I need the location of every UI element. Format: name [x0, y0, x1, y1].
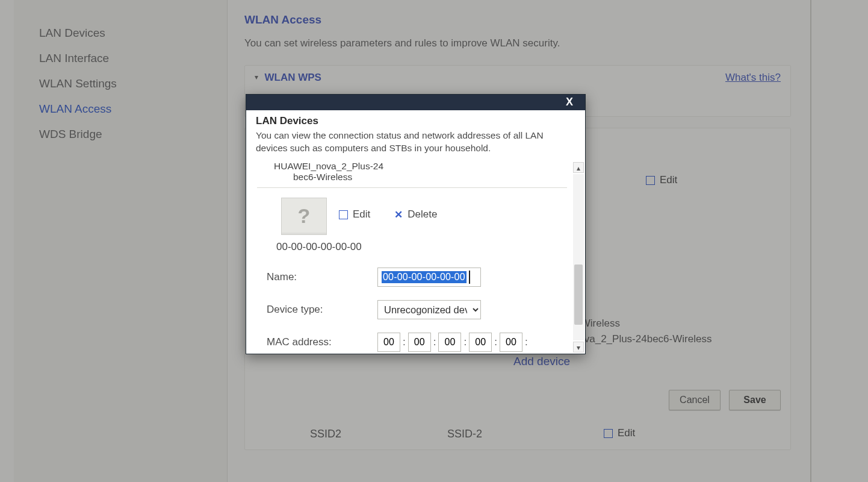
page-title: WLAN Access	[244, 13, 791, 27]
collapse-icon[interactable]: ▾	[255, 73, 258, 81]
name-label: Name:	[257, 271, 377, 283]
device-type-select[interactable]: Unrecogonized devi	[377, 300, 481, 319]
scrollbar-track[interactable]	[573, 174, 584, 340]
sidebar-item-wlan-access[interactable]: WLAN Access	[14, 96, 227, 122]
scrollbar-thumb[interactable]	[574, 264, 583, 325]
ssid-name: SSID-2	[429, 428, 604, 440]
modal-title: LAN Devices	[256, 115, 575, 127]
mac-octet-1[interactable]	[377, 333, 400, 352]
mac-separator: :	[463, 336, 467, 348]
mac-octet-4[interactable]	[469, 333, 492, 352]
delete-icon: ✕	[394, 208, 403, 221]
mac-separator: :	[403, 336, 406, 348]
add-device-link[interactable]: Add device	[513, 355, 570, 368]
device-edit-link[interactable]: Edit	[339, 208, 370, 221]
name-input[interactable]: 00-00-00-00-00-00	[377, 268, 481, 287]
sidebar-item-wlan-settings[interactable]: WLAN Settings	[14, 71, 227, 96]
modal-description: You can view the connection status and n…	[256, 130, 575, 155]
device-card: ? Edit ✕ Delete	[257, 198, 567, 235]
edit-icon	[604, 429, 613, 438]
mac-octet-5[interactable]	[500, 333, 522, 352]
text-caret-icon	[469, 271, 470, 284]
modal-header: LAN Devices You can view the connection …	[246, 110, 585, 161]
sidebar-item-wds-bridge[interactable]: WDS Bridge	[14, 122, 227, 147]
edit-icon	[339, 210, 348, 219]
mac-separator: :	[433, 336, 436, 348]
previous-device-line1: HUAWEI_nova_2_Plus-24	[274, 161, 567, 172]
mac-separator: :	[525, 336, 528, 348]
ssid-edit-label: Edit	[618, 427, 635, 439]
modal-titlebar: X	[246, 95, 585, 110]
scroll-up-icon[interactable]: ▴	[573, 162, 584, 173]
cancel-button[interactable]: Cancel	[669, 390, 721, 410]
edit-link-label: Edit	[660, 174, 677, 186]
previous-device-line2: bec6-Wireless	[274, 172, 567, 183]
device-delete-label: Delete	[408, 208, 437, 221]
modal-scroll-area: HUAWEI_nova_2_Plus-24 bec6-Wireless ? Ed…	[246, 161, 572, 354]
mac-address-group: : : : : :	[377, 333, 534, 354]
mac-separator: :	[494, 336, 497, 348]
divider	[257, 187, 567, 188]
device-mac-text: 00-00-00-00-00-00	[276, 241, 567, 253]
ssid-edit-link[interactable]: Edit	[604, 427, 635, 439]
device-edit-form: Name: 00-00-00-00-00-00 Device type: Unr…	[257, 268, 567, 354]
edit-icon	[646, 176, 655, 185]
device-type-label: Device type:	[257, 304, 377, 316]
device-edit-label: Edit	[353, 208, 370, 221]
mac-octet-2[interactable]	[408, 333, 431, 352]
previous-device: HUAWEI_nova_2_Plus-24 bec6-Wireless	[257, 161, 567, 183]
mac-octet-3[interactable]	[438, 333, 461, 352]
save-button[interactable]: Save	[729, 390, 781, 410]
scroll-down-icon[interactable]: ▾	[573, 342, 584, 352]
mac-label: MAC address:	[257, 333, 377, 348]
ssid-index: SSID2	[255, 428, 429, 440]
whats-this-link[interactable]: What's this?	[725, 72, 781, 84]
sidebar-item-lan-interface[interactable]: LAN Interface	[14, 46, 227, 71]
sidebar: LAN Devices LAN Interface WLAN Settings …	[14, 0, 228, 482]
unknown-device-icon: ?	[281, 198, 327, 235]
vertical-divider	[810, 0, 811, 482]
edit-link[interactable]: Edit	[646, 174, 677, 186]
lan-devices-modal: X LAN Devices You can view the connectio…	[246, 94, 586, 354]
name-input-value: 00-00-00-00-00-00	[382, 271, 467, 283]
wlan-wps-title: WLAN WPS	[264, 72, 321, 83]
page-description: You can set wireless parameters and rule…	[244, 37, 791, 49]
modal-close-button[interactable]: X	[557, 95, 581, 110]
modal-scrollbar[interactable]: ▴ ▾	[573, 162, 584, 352]
sidebar-item-lan-devices[interactable]: LAN Devices	[14, 20, 227, 46]
device-delete-link[interactable]: ✕ Delete	[394, 208, 437, 221]
